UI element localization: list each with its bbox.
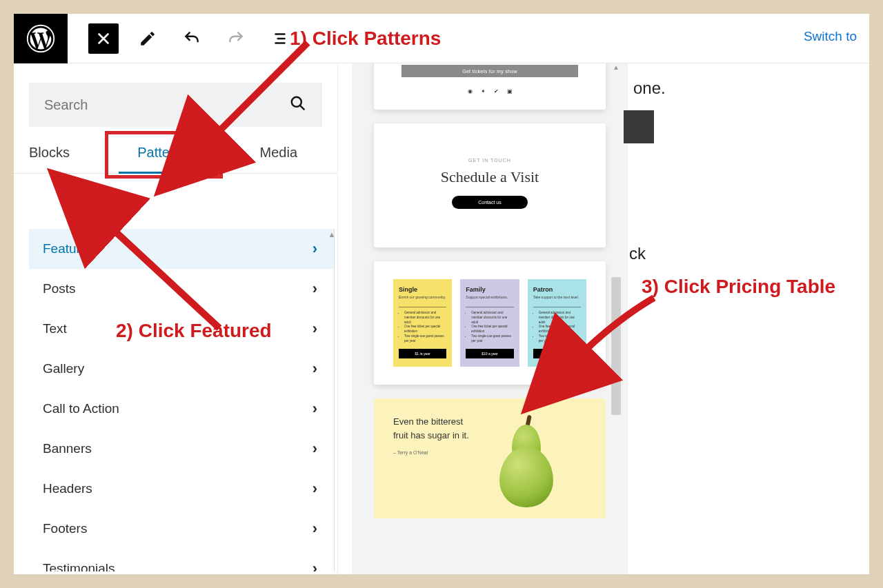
canvas-block-rect [624,110,654,143]
preview-title: Schedule a Visit [401,168,578,186]
category-label: Headers [43,481,92,496]
redo-button[interactable] [221,23,251,54]
plan-sub: Support special exhibitions. [466,295,513,299]
wordpress-icon [26,23,56,54]
plan-name: Single [399,286,446,293]
pear-illustration [483,415,559,511]
list-view-icon [271,30,289,48]
undo-button[interactable] [177,23,207,54]
plan-bullet: Two single-use guest passes per year [539,334,581,344]
search-icon [289,94,307,115]
category-label: Featured [43,241,95,256]
switch-to-link[interactable]: Switch to [804,29,857,44]
category-headers[interactable]: Headers › [29,469,334,509]
tab-media[interactable]: Media [208,139,322,173]
tab-blocks[interactable]: Blocks [29,139,119,173]
category-label: Call to Action [43,401,119,416]
chevron-right-icon: › [312,360,317,378]
block-inserter-panel: Blocks Patterns Media Featured › Posts ›… [14,63,338,574]
category-footers[interactable]: Footers › [29,509,334,549]
pricing-plan: Family Support special exhibitions. Gene… [460,279,519,367]
category-gallery[interactable]: Gallery › [29,349,334,389]
plan-bullet: Two single-use guest passes per year [404,334,446,344]
category-label: Gallery [43,361,84,376]
plan-cta: $100 /year [533,349,581,358]
close-inserter-button[interactable] [88,23,119,54]
plan-name: Patron [533,286,581,293]
close-icon [95,30,112,48]
search-input-wrap[interactable] [29,83,322,127]
chevron-right-icon: › [312,520,317,538]
tab-patterns[interactable]: Patterns [119,139,208,173]
pattern-preview-pricing-table[interactable]: Single Enrich our growing community. Gen… [374,261,606,385]
preview-bar: Get tickets for my show [401,65,578,77]
preview-cta-pill: Contact us [452,196,527,209]
canvas-text-fragment: ck [629,244,646,263]
category-featured[interactable]: Featured › [29,229,334,269]
chevron-right-icon: › [312,240,317,258]
plan-bullet: General admission and member discounts f… [539,311,581,325]
plan-bullet: One free ticket per special exhibition [404,325,446,334]
pricing-plan: Single Enrich our growing community. Gen… [393,279,452,367]
pattern-preview-column: Get tickets for my show ◉✦✔▣ GET IN TOUC… [352,63,628,574]
tab-patterns-label: Patterns [137,145,188,160]
pattern-preview-schedule-visit[interactable]: GET IN TOUCH Schedule a Visit Contact us [374,123,606,247]
plan-sub: Take support to the next level. [533,295,581,299]
category-banners[interactable]: Banners › [29,429,334,469]
chevron-right-icon: › [312,560,317,571]
plan-name: Family [466,286,513,293]
preview-scrollbar[interactable]: ▲ [610,63,622,574]
chevron-right-icon: › [312,400,317,418]
category-label: Banners [43,441,92,456]
chevron-right-icon: › [312,480,317,498]
scroll-up-icon: ▲ [610,63,622,74]
category-scrollbar[interactable]: ▲ [326,229,337,571]
plan-cta: $1 /a year [399,349,446,358]
scroll-thumb[interactable] [611,277,621,415]
plan-bullet: Two single-use guest passes per year [471,334,513,344]
plan-bullet: General admission and member discounts f… [404,311,446,325]
pattern-category-list: Featured › Posts › Text › Gallery › Call… [29,229,335,571]
edit-tool-button[interactable] [132,23,163,54]
canvas-text-fragment: one. [633,79,666,98]
undo-icon [183,30,201,48]
preview-social-row: ◉✦✔▣ [401,77,578,99]
plan-cta: $10 a year [466,349,513,358]
preview-kicker: GET IN TOUCH [401,158,578,163]
category-label: Footers [43,521,87,536]
category-testimonials[interactable]: Testimonials › [29,549,334,571]
category-label: Posts [43,281,76,296]
category-label: Text [43,321,67,336]
inserter-tabs: Blocks Patterns Media [14,127,337,174]
redo-icon [227,30,245,48]
plan-bullet: One free ticket per special exhibition [471,325,513,334]
pattern-preview-tickets[interactable]: Get tickets for my show ◉✦✔▣ [374,63,606,110]
chevron-right-icon: › [312,280,317,298]
pencil-icon [139,30,157,48]
plan-sub: Enrich our growing community. [399,295,446,299]
chevron-right-icon: › [312,440,317,458]
category-label: Testimonials [43,561,115,571]
category-posts[interactable]: Posts › [29,269,334,309]
category-call-to-action[interactable]: Call to Action › [29,389,334,429]
wordpress-logo[interactable] [14,14,68,63]
pricing-plan: Patron Take support to the next level. G… [528,279,586,367]
pattern-preview-quote-pear[interactable]: Even the bitterest fruit has sugar in it… [374,398,606,518]
document-outline-button[interactable] [265,23,295,54]
scroll-up-icon: ▲ [326,229,337,240]
editor-topbar: Switch to [14,14,869,63]
category-text[interactable]: Text › [29,309,334,349]
chevron-right-icon: › [312,320,317,338]
search-input[interactable] [44,97,289,113]
plan-bullet: General admission and member discounts f… [471,311,513,325]
quote-text: Even the bitterest fruit has sugar in it… [393,415,469,442]
quote-attribution: – Terry a O'Neal [393,450,469,455]
plan-bullet: One free ticket per special exhibition [539,325,581,334]
